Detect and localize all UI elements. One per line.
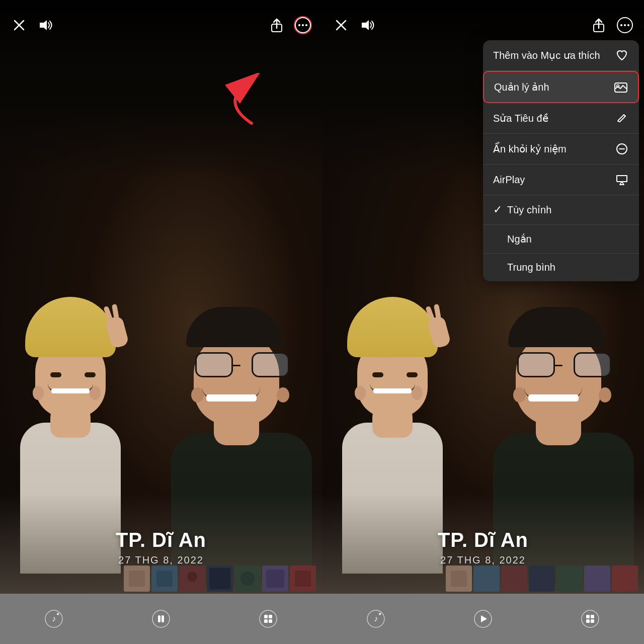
close-button-right[interactable] [332,16,350,34]
left-panel: TP. Dĩ An 27 THG 8, 2022 [0,0,322,644]
music-button-left[interactable]: ♪ ✦ [41,606,66,631]
grid-button-right[interactable] [578,606,603,631]
svg-point-14 [240,572,255,586]
menu-label-favorites: Thêm vào Mục ưa thích [493,49,615,61]
svg-marker-50 [481,615,487,622]
thumbnail-r5[interactable] [556,566,583,592]
location-title-right: TP. Dĩ An [322,529,644,551]
menu-item-airplay[interactable]: AirPlay [483,165,639,195]
menu-item-edit-title[interactable]: Sửa Tiêu đề [483,103,639,134]
menu-label-manage-photos: Quản lý ảnh [494,81,614,93]
thumbnail-r6[interactable] [584,566,610,592]
more-icon [295,17,311,33]
svg-point-51 [582,610,599,627]
svg-rect-53 [591,615,594,618]
thumbnail-7[interactable] [290,566,316,592]
grid-button-left[interactable] [256,606,281,631]
left-header-right [268,16,312,34]
more-button[interactable] [294,16,312,34]
heart-icon [615,48,629,62]
thumbnail-1[interactable] [124,566,150,592]
photo-manage-icon [614,80,628,94]
airplay-icon [615,173,629,187]
arrow-indicator [211,73,272,133]
svg-rect-41 [501,566,527,592]
thumbnail-strip [0,564,322,594]
svg-rect-26 [264,615,268,618]
svg-marker-2 [40,20,47,30]
thumbnail-strip-right [322,564,644,594]
svg-point-22 [152,610,170,627]
menu-item-favorites[interactable]: Thêm vào Mục ưa thích [483,40,639,71]
thumbnail-r4[interactable] [529,566,555,592]
volume-button[interactable] [37,16,55,34]
svg-point-35 [617,85,619,88]
svg-rect-6 [129,571,145,587]
svg-rect-45 [612,566,638,592]
left-header [0,0,322,40]
location-title: TP. Dĩ An [0,529,322,551]
menu-item-medium[interactable]: Trung bình [483,254,639,281]
svg-rect-16 [266,570,284,588]
right-header [322,0,644,40]
thumbnail-r3[interactable] [501,566,527,592]
thumbnail-4[interactable] [207,566,233,592]
thumbnail-5[interactable] [234,566,261,592]
menu-label-airplay: AirPlay [493,174,615,186]
svg-rect-55 [591,619,594,623]
right-header-right [590,16,634,34]
thumbnail-r1[interactable] [446,566,472,592]
svg-point-25 [260,610,277,627]
volume-button-right[interactable] [359,16,377,34]
more-button-right[interactable] [616,16,634,34]
thumbnail-2[interactable] [151,566,178,592]
svg-text:♪: ♪ [52,614,56,623]
svg-text:✦: ✦ [378,611,382,617]
left-footer-controls: ♪ ✦ [0,594,322,644]
menu-label-customize: Tùy chỉnh [507,204,629,216]
thumbnail-3[interactable] [179,566,205,592]
music-button-right[interactable]: ♪ ✦ [363,606,388,631]
menu-item-manage-photos[interactable]: Quản lý ảnh [483,71,639,103]
svg-rect-28 [264,619,268,623]
dot-r1 [620,24,622,26]
svg-rect-44 [584,566,610,592]
right-footer-controls: ♪ ✦ [322,594,644,644]
dot2 [302,24,304,26]
thumbnail-6[interactable] [262,566,288,592]
play-button[interactable] [470,606,496,631]
minus-circle-icon [615,142,629,156]
close-button[interactable] [10,16,28,34]
share-button[interactable] [268,16,286,34]
dot-r3 [627,24,629,26]
svg-rect-42 [529,566,555,592]
dot3 [305,24,307,26]
menu-item-short[interactable]: Ngắn [483,225,639,254]
menu-label-edit-title: Sửa Tiêu đề [493,112,615,124]
menu-label-hide-memory: Ẩn khỏi kỷ niệm [493,143,615,155]
right-header-left [332,16,377,34]
svg-rect-52 [586,615,590,618]
share-button-right[interactable] [590,16,608,34]
pencil-icon [615,111,629,125]
menu-item-hide-memory[interactable]: Ẩn khỏi kỷ niệm [483,134,639,165]
checkmark: ✓ [493,203,502,216]
svg-rect-8 [156,571,173,587]
svg-rect-43 [556,566,583,592]
svg-text:♪: ♪ [374,614,378,623]
svg-rect-24 [162,615,164,622]
svg-text:✦: ✦ [56,611,60,617]
thumbnail-r7[interactable] [612,566,638,592]
left-header-left [10,16,55,34]
svg-rect-12 [209,568,230,589]
svg-point-10 [187,572,197,582]
svg-rect-54 [586,619,590,623]
pause-button[interactable] [148,606,174,631]
svg-rect-39 [451,571,467,587]
menu-item-customize[interactable]: ✓ Tùy chỉnh [483,195,639,225]
svg-rect-23 [158,615,160,622]
svg-rect-27 [269,615,272,618]
thumbnail-r2[interactable] [473,566,500,592]
photo-text-overlay-right: TP. Dĩ An 27 THG 8, 2022 [322,529,644,566]
svg-rect-29 [269,619,272,623]
